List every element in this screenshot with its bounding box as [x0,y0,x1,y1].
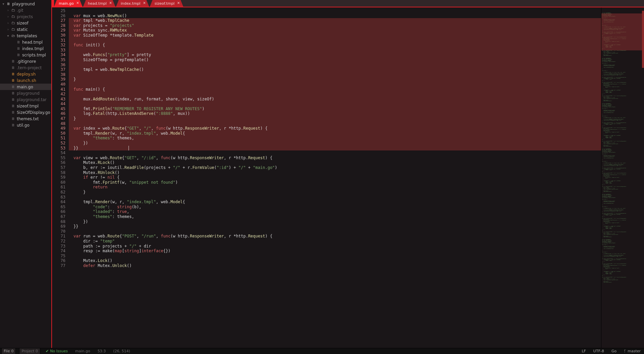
code-line[interactable]: var Mutex sync.RWMutex [69,28,601,33]
line-number: 28 [52,23,65,28]
code-line[interactable]: "loaded": true, [69,209,601,214]
tree-folder[interactable]: ›.git [0,7,51,13]
code-line[interactable] [69,48,601,53]
tree-file[interactable]: SizeOfDisplay.go [0,109,51,116]
code-line[interactable]: "themes": themes, [69,136,601,141]
code-line[interactable] [69,38,601,43]
tree-file[interactable]: .tern-project [0,64,51,71]
code-line[interactable] [69,229,601,234]
code-line[interactable]: } [69,116,601,121]
code-line[interactable]: var projects = "projects" [69,23,601,28]
tree-file[interactable]: util.go [0,122,51,128]
code-line[interactable]: tmpl.Render(w, r, "index.tmpl", web.Mode… [69,200,601,205]
tree-file[interactable]: deploy.sh [0,71,51,77]
code-line[interactable]: Mutex.RLock() [69,160,601,165]
editor-tab[interactable]: index.tmpl× [116,0,149,7]
status-file-count[interactable]: File 0 [1,348,16,354]
code-line[interactable] [69,62,601,68]
tree-file[interactable]: launch.sh [0,77,51,84]
tree-file[interactable]: index.tmpl [0,45,51,52]
code-line[interactable]: log.Fatal(http.ListenAndServe(":8888", m… [69,111,601,116]
code-line[interactable]: fmt.Println("REMEMBER TO REGISTER ANY NE… [69,106,601,112]
code-line[interactable]: } [69,77,601,82]
tree-item-label: .git [17,8,23,13]
code-line[interactable]: tmpl.Render(w, r, "index.tmpl", web.Mode… [69,131,601,136]
tree-item-label: .tern-project [17,65,42,70]
code-line[interactable]: }) [69,141,601,146]
close-icon[interactable]: × [76,1,79,5]
tree-folder[interactable]: ▾templates [0,33,51,39]
code-line[interactable]: fmt.Fprintf(w, "snippet not found") [69,180,601,185]
tree-file[interactable]: .gitignore [0,58,51,64]
tree-item-label: SizeOfDisplay.go [17,110,50,115]
code-line[interactable]: Mutex.Lock() [69,258,601,263]
close-icon[interactable]: × [143,1,146,5]
tree-file[interactable]: playground.tar [0,96,51,103]
code-line[interactable]: web.Funcs["pretty"] = pretty [69,52,601,57]
status-line-ending[interactable]: LF [580,348,588,354]
code-line[interactable] [69,101,601,106]
code-line[interactable] [69,82,601,87]
tree-file[interactable]: scripts.tmpl [0,52,51,58]
editor-tab[interactable]: main.go× [54,0,83,7]
tree-file[interactable]: main.go [0,84,51,90]
line-number: 35 [52,57,65,62]
tree-folder[interactable]: ›sizeof [0,20,51,26]
code-line[interactable]: var SizeOfTemp *template.Template [69,33,601,38]
code-line[interactable] [69,8,601,13]
tree-file[interactable]: head.tmpl [0,39,51,45]
code-line[interactable]: func init() { [69,43,601,48]
code-line[interactable]: var tmpl *web.TmplCache [69,18,601,23]
close-icon[interactable]: × [177,1,180,5]
code-line[interactable]: if err != nil { [69,175,601,180]
code-line[interactable] [69,121,601,126]
code-line[interactable]: var mux = web.NewMux() [69,13,601,18]
code-line[interactable]: }) [69,219,601,224]
code-line[interactable]: dir := "temp" [69,239,601,244]
code-line[interactable] [69,150,601,156]
code-line[interactable] [69,72,601,77]
minimap[interactable]: var mux = web.NewMux() var tmpl *web.Tmp… [601,7,644,348]
tree-file[interactable]: playground [0,90,51,96]
code-line[interactable]: Mutex.RUnlock() [69,170,601,175]
status-cursor-position[interactable]: 53:3 [96,348,108,354]
line-number: 49 [52,126,65,131]
code-line[interactable]: }} [69,224,601,229]
code-line[interactable]: "themes": themes, [69,214,601,219]
code-line[interactable]: path := projects + "/" + dir [69,244,601,249]
code-line[interactable]: SizeOfTemp = prepTemplate() [69,57,601,62]
code-editor[interactable]: var mux = web.NewMux()var tmpl *web.Tmpl… [68,7,601,348]
file-tree-sidebar[interactable]: ▾ playground ›.git›projects›sizeof›stati… [0,0,52,348]
status-encoding[interactable]: UTF-8 [591,348,606,354]
code-line[interactable]: defer Mutex.Unlock() [69,263,601,268]
code-line[interactable]: mux.AddRoutes(index, run, format, share,… [69,97,601,102]
code-line[interactable]: "code": string(b), [69,205,601,210]
code-line[interactable]: return [69,185,601,190]
tree-root[interactable]: ▾ playground [0,1,51,7]
tree-folder[interactable]: ›projects [0,13,51,20]
code-line[interactable]: resp := make(map[string]interface{}) [69,249,601,254]
code-line[interactable]: var view = web.Route{"GET", "/:id", func… [69,156,601,161]
code-line[interactable] [69,195,601,200]
code-line[interactable]: }} [69,146,601,151]
code-line[interactable]: } [69,190,601,195]
editor-tab[interactable]: sizeof.tmpl× [150,0,183,7]
tree-file[interactable]: themes.txt [0,116,51,122]
status-project-count[interactable]: Project 0 [19,348,40,354]
code-line[interactable] [69,254,601,259]
status-language[interactable]: Go [609,348,618,354]
code-line[interactable] [69,92,601,97]
close-icon[interactable]: × [109,1,112,5]
code-line[interactable]: var index = web.Route{"GET", "/", func(w… [69,126,601,131]
code-line[interactable]: var run = web.Route{"POST", "/run", func… [69,234,601,239]
editor-tab[interactable]: head.tmpl× [83,0,115,7]
code-line[interactable]: tmpl = web.NewTmplCache() [69,67,601,72]
status-issues[interactable]: ✔ No Issues [44,348,70,354]
code-line[interactable]: b, err := ioutil.ReadFile(projects + "/"… [69,165,601,170]
tree-folder[interactable]: ›static [0,26,51,33]
status-git-branch[interactable]: ᚶ master [622,348,643,354]
line-number: 50 [52,131,65,136]
code-line[interactable]: func main() { [69,87,601,92]
minimap-viewport-indicator[interactable] [642,11,644,68]
tree-file[interactable]: sizeof.tmpl [0,103,51,109]
